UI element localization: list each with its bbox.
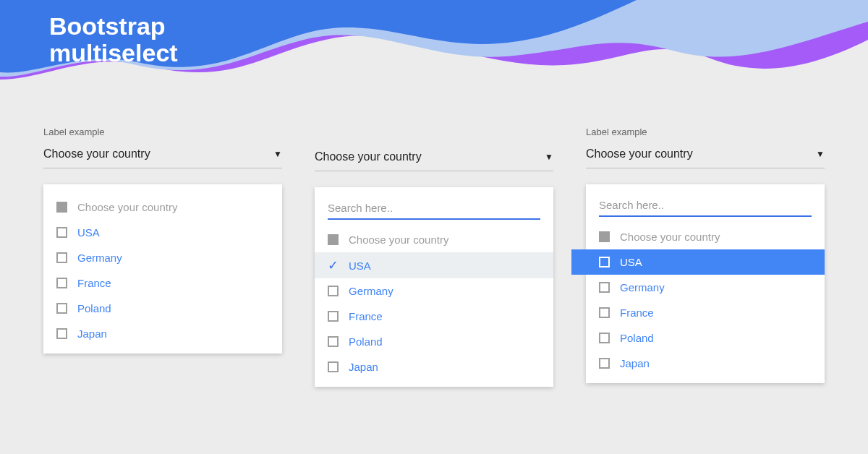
option-label: Choose your country [77,201,177,213]
option-label: Germany [620,281,665,294]
option-poland[interactable]: Poland [315,329,553,354]
search-input[interactable] [599,194,812,217]
field-label: Label example [586,127,825,137]
checkbox-icon [56,227,67,238]
select-trigger[interactable]: Choose your country ▼ [43,142,282,168]
option-placeholder[interactable]: Choose your country [586,224,825,249]
checkbox-icon [56,252,67,263]
checkbox-icon [56,202,67,213]
checkbox-icon [328,336,339,347]
option-label: USA [77,226,100,239]
option-label: France [349,310,383,322]
option-japan[interactable]: Japan [43,321,282,346]
option-label: Japan [77,327,107,340]
checkbox-icon [599,358,610,369]
option-france[interactable]: France [586,300,825,325]
option-label: Japan [620,357,650,369]
checkbox-icon [599,307,610,318]
option-usa[interactable]: ✓ USA [315,252,553,278]
option-poland[interactable]: Poland [586,325,825,351]
option-label: France [77,277,111,289]
option-label: Choose your country [349,234,448,246]
select-trigger-text: Choose your country [315,150,422,163]
option-label: Germany [77,252,122,264]
field-label: Label example [43,127,282,137]
checkbox-icon [56,303,67,314]
checkbox-icon [328,311,339,322]
option-france[interactable]: France [43,270,282,296]
checkbox-icon [328,234,339,245]
select-trigger[interactable]: Choose your country ▼ [315,145,553,171]
multiselect-panel-2: Choose your country ▼ Choose your countr… [315,127,553,387]
title-line-1: Bootstrap [49,13,178,40]
title-line-2: multiselect [49,40,178,67]
option-label: USA [620,256,642,268]
checkbox-icon [56,328,67,339]
option-germany[interactable]: Germany [586,275,825,300]
check-icon: ✓ [328,259,339,272]
caret-down-icon: ▼ [545,152,553,162]
option-label: Choose your country [620,231,720,243]
option-usa[interactable]: USA [43,220,282,245]
checkbox-icon [328,361,339,372]
option-poland[interactable]: Poland [43,296,282,321]
option-germany[interactable]: Germany [43,245,282,270]
caret-down-icon: ▼ [273,149,282,159]
option-label: Poland [349,335,383,348]
option-japan[interactable]: Japan [586,351,825,376]
select-trigger-text: Choose your country [43,147,150,160]
option-label: Poland [77,302,111,314]
option-label: Poland [620,332,654,344]
option-label: France [620,307,654,319]
dropdown-panel: Choose your country ✓ USA Germany France… [315,187,553,387]
select-trigger-text: Choose your country [586,147,693,160]
checkbox-icon [599,333,610,343]
multiselect-panel-1: Label example Choose your country ▼ Choo… [43,127,282,387]
caret-down-icon: ▼ [816,149,825,159]
checkbox-icon [328,286,339,296]
checkbox-icon [599,231,610,242]
option-placeholder[interactable]: Choose your country [43,194,282,220]
checkbox-icon [56,278,67,288]
multiselect-panel-3: Label example Choose your country ▼ Choo… [586,127,825,387]
option-label: USA [349,260,371,272]
option-usa[interactable]: USA [571,249,825,275]
option-japan[interactable]: Japan [315,354,553,380]
option-germany[interactable]: Germany [315,278,553,304]
option-placeholder[interactable]: Choose your country [315,227,553,252]
search-input[interactable] [328,197,540,220]
option-label: Japan [349,361,378,373]
checkbox-icon [599,282,610,293]
option-label: Germany [349,285,393,297]
dropdown-panel: Choose your country USA Germany France P… [43,184,282,354]
dropdown-panel: Choose your country USA Germany France P… [586,184,825,383]
page-title: Bootstrap multiselect [49,13,178,67]
checkbox-icon [599,257,610,267]
option-france[interactable]: France [315,304,553,329]
select-trigger[interactable]: Choose your country ▼ [586,142,825,168]
